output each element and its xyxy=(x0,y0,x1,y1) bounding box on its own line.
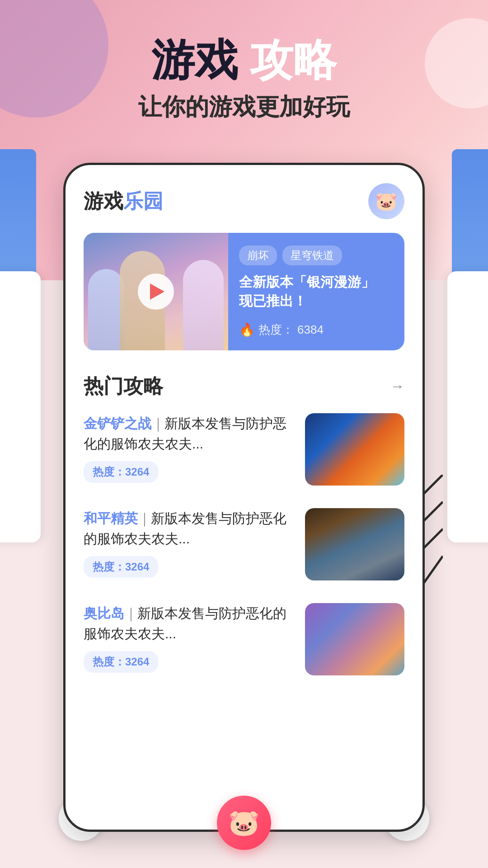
guide-thumb-2 xyxy=(305,603,404,675)
section-title: 热门攻略 xyxy=(84,373,163,400)
char-1 xyxy=(88,269,124,350)
guide-divider-0: ｜ xyxy=(151,416,164,431)
featured-image xyxy=(84,233,228,350)
guide-title-0: 金铲铲之战｜新版本发售与防护恶化的服饰农夫农夫... xyxy=(84,413,292,454)
play-button[interactable] xyxy=(138,274,174,310)
heat-badge-0: 热度：3264 xyxy=(84,461,158,483)
guide-game-name-2: 奥比岛 xyxy=(84,606,124,621)
avatar-emoji: 🐷 xyxy=(375,191,398,212)
section-more-icon[interactable]: → xyxy=(390,378,404,395)
hero-title-white: 攻略 xyxy=(250,36,337,84)
guide-item-0[interactable]: 金铲铲之战｜新版本发售与防护恶化的服饰农夫农夫... 热度：3264 xyxy=(84,413,404,486)
guide-text-0: 金铲铲之战｜新版本发售与防护恶化的服饰农夫农夫... 热度：3264 xyxy=(84,413,292,483)
guide-text-2: 奥比岛｜新版本发售与防护恶化的服饰农夫农夫... 热度：3264 xyxy=(84,603,292,673)
guide-item-2[interactable]: 奥比岛｜新版本发售与防护恶化的服饰农夫农夫... 热度：3264 xyxy=(84,603,404,675)
phone-title-normal: 游戏 xyxy=(84,190,123,212)
featured-tag-0[interactable]: 崩坏 xyxy=(239,245,277,265)
heat-badge-2: 热度：3264 xyxy=(84,651,158,673)
phone-title-highlight: 乐园 xyxy=(123,190,163,212)
fire-icon: 🔥 xyxy=(239,322,255,337)
guide-game-name-0: 金铲铲之战 xyxy=(84,416,151,431)
deco-panel-right xyxy=(447,271,488,542)
hero-title: 游戏 攻略 xyxy=(0,36,488,84)
phone-content: 游戏乐园 🐷 崩坏 星穹铁 xyxy=(66,165,422,830)
phone-avatar[interactable]: 🐷 xyxy=(368,183,404,219)
phone-header: 游戏乐园 🐷 xyxy=(84,183,404,219)
phone-app-title: 游戏乐园 xyxy=(84,188,163,215)
heat-badge-1: 热度：3264 xyxy=(84,556,158,578)
featured-tag-1[interactable]: 星穹铁道 xyxy=(282,245,342,265)
guide-divider-1: ｜ xyxy=(138,511,151,526)
guide-divider-2: ｜ xyxy=(124,606,137,621)
featured-card[interactable]: 崩坏 星穹铁道 全新版本「银河漫游」现已推出！ 🔥 热度： 6384 xyxy=(84,233,404,350)
guide-text-1: 和平精英｜新版本发售与防护恶化的服饰农夫农夫... 热度：3264 xyxy=(84,508,292,578)
hero-title-black: 游戏 xyxy=(151,36,238,84)
section-header: 热门攻略 → xyxy=(84,373,404,400)
guide-game-name-1: 和平精英 xyxy=(84,511,138,526)
guide-item-1[interactable]: 和平精英｜新版本发售与防护恶化的服饰农夫农夫... 热度：3264 xyxy=(84,508,404,580)
heat-value: 6384 xyxy=(297,323,324,337)
guide-title-2: 奥比岛｜新版本发售与防护恶化的服饰农夫农夫... xyxy=(84,603,292,644)
featured-desc: 全新版本「银河漫游」现已推出！ xyxy=(239,273,394,311)
guide-title-1: 和平精英｜新版本发售与防护恶化的服饰农夫农夫... xyxy=(84,508,292,549)
play-triangle-icon xyxy=(150,283,164,300)
hero-section: 游戏 攻略 让你的游戏更加好玩 xyxy=(0,36,488,123)
featured-tags: 崩坏 星穹铁道 xyxy=(239,245,394,265)
fab-icon: 🐷 xyxy=(228,808,260,838)
featured-info: 崩坏 星穹铁道 全新版本「银河漫游」现已推出！ 🔥 热度： 6384 xyxy=(228,233,404,350)
hero-subtitle: 让你的游戏更加好玩 xyxy=(0,91,488,123)
deco-panel-left xyxy=(0,271,41,542)
guide-thumb-1 xyxy=(305,508,404,580)
char-3 xyxy=(183,260,224,350)
phone-mockup: 游戏乐园 🐷 崩坏 星穹铁 xyxy=(63,163,425,832)
featured-heat: 🔥 热度： 6384 xyxy=(239,322,394,338)
guide-thumb-0 xyxy=(305,413,404,486)
heat-label: 热度： xyxy=(258,322,294,338)
fab-button[interactable]: 🐷 xyxy=(217,796,271,850)
